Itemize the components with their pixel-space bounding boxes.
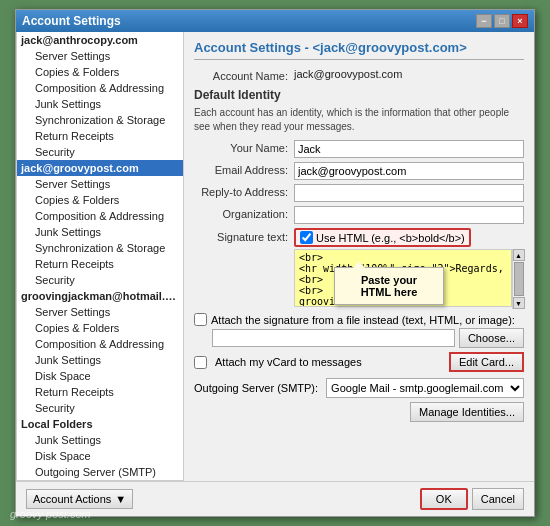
main-panel: Account Settings - <jack@groovypost.com>… [184,32,534,481]
minimize-button[interactable]: − [476,14,492,28]
sidebar-item-account3[interactable]: groovingjackman@hotmail.c... [17,288,183,304]
paste-tooltip: Paste your HTML here [334,267,444,305]
sidebar-item-copies2[interactable]: Copies & Folders [17,192,183,208]
scrollbar-up[interactable]: ▲ [513,249,525,261]
sig-row: Signature text: Use HTML (e.g., <b>bold<… [194,228,524,309]
sidebar-item-comp2[interactable]: Composition & Addressing [17,208,183,224]
account-name-row: Account Name: jack@groovypost.com [194,68,524,82]
sidebar-item-return2[interactable]: Return Receipts [17,256,183,272]
panel-title: Account Settings - <jack@groovypost.com> [194,40,524,60]
sidebar-item-junk2[interactable]: Junk Settings [17,224,183,240]
account-actions-arrow: ▼ [115,493,126,505]
maximize-button[interactable]: □ [494,14,510,28]
dialog-content: jack@anthrocopy.com Server Settings Copi… [16,32,534,481]
choose-button[interactable]: Choose... [459,328,524,348]
reply-row: Reply-to Address: [194,184,524,202]
manage-row: Manage Identities... [194,402,524,422]
title-bar-buttons: − □ × [476,14,528,28]
attach-sig-input[interactable] [212,329,455,347]
default-identity-desc: Each account has an identity, which is t… [194,106,524,134]
sig-label: Signature text: [194,228,294,243]
scrollbar-down[interactable]: ▼ [513,297,525,309]
bottom-bar-left: Account Actions ▼ [26,489,133,509]
close-button[interactable]: × [512,14,528,28]
account-name-value: jack@groovypost.com [294,68,524,80]
sidebar-item-security1[interactable]: Security [17,144,183,160]
sidebar-item-copies1[interactable]: Copies & Folders [17,64,183,80]
account-actions-label: Account Actions [33,493,111,505]
watermark: groovy post.com [10,508,91,520]
vcard-label: Attach my vCard to messages [215,356,445,368]
sig-scrollbar[interactable]: ▲ ▼ [512,249,524,309]
account-settings-dialog: Account Settings − □ × jack@anthrocopy.c… [15,9,535,517]
sidebar-item-server3[interactable]: Server Settings [17,304,183,320]
bottom-bar: Account Actions ▼ OK Cancel [16,481,534,516]
scrollbar-thumb[interactable] [514,262,524,296]
account-name-label: Account Name: [194,68,294,82]
sidebar-item-smtp-local[interactable]: Outgoing Server (SMTP) [17,464,183,480]
sig-scroll-container: <br> <hr width="100%" size="2">Regards,<… [294,249,524,309]
dialog-title: Account Settings [22,14,121,28]
sidebar-item-comp3[interactable]: Composition & Addressing [17,336,183,352]
sidebar-item-comp1[interactable]: Composition & Addressing [17,80,183,96]
sidebar-item-disk-local[interactable]: Disk Space [17,448,183,464]
vcard-checkbox[interactable] [194,356,207,369]
manage-identities-button[interactable]: Manage Identities... [410,402,524,422]
sidebar-item-security2[interactable]: Security [17,272,183,288]
attach-sig-checkbox[interactable] [194,313,207,326]
sidebar-item-sync2[interactable]: Synchronization & Storage [17,240,183,256]
sidebar-item-junk1[interactable]: Junk Settings [17,96,183,112]
reply-input[interactable] [294,184,524,202]
sidebar: jack@anthrocopy.com Server Settings Copi… [16,32,184,481]
default-identity-header: Default Identity [194,88,524,102]
your-name-row: Your Name: [194,140,524,158]
your-name-input[interactable] [294,140,524,158]
attach-sig-row: Attach the signature from a file instead… [194,313,524,326]
sidebar-item-account2[interactable]: jack@groovypost.com [17,160,183,176]
sidebar-item-sync1[interactable]: Synchronization & Storage [17,112,183,128]
attach-sig-input-row: Choose... [212,328,524,348]
sidebar-item-local[interactable]: Local Folders [17,416,183,432]
org-label: Organization: [194,206,294,220]
sig-html-label: Use HTML (e.g., <b>bold</b>) [316,232,465,244]
sig-html-checkbox[interactable] [300,231,313,244]
email-label: Email Address: [194,162,294,176]
org-input[interactable] [294,206,524,224]
sidebar-item-return3[interactable]: Return Receipts [17,384,183,400]
vcard-row: Attach my vCard to messages Edit Card... [194,352,524,372]
reply-label: Reply-to Address: [194,184,294,198]
sidebar-item-return1[interactable]: Return Receipts [17,128,183,144]
title-bar: Account Settings − □ × [16,10,534,32]
outgoing-select[interactable]: Google Mail - smtp.googlemail.com [326,378,524,398]
org-row: Organization: [194,206,524,224]
edit-card-button[interactable]: Edit Card... [449,352,524,372]
sidebar-item-account1[interactable]: jack@anthrocopy.com [17,32,183,48]
sidebar-item-security3[interactable]: Security [17,400,183,416]
sidebar-item-copies3[interactable]: Copies & Folders [17,320,183,336]
sidebar-item-junk3[interactable]: Junk Settings [17,352,183,368]
sig-container: <br> <hr width="100%" size="2">Regards,<… [294,249,512,309]
bottom-bar-right: OK Cancel [420,488,524,510]
sidebar-item-server1[interactable]: Server Settings [17,48,183,64]
attach-sig-label: Attach the signature from a file instead… [211,314,524,326]
sig-html-checkbox-area: Use HTML (e.g., <b>bold</b>) [294,228,471,247]
email-input[interactable] [294,162,524,180]
email-row: Email Address: [194,162,524,180]
sidebar-item-disk3[interactable]: Disk Space [17,368,183,384]
sidebar-item-junk-local[interactable]: Junk Settings [17,432,183,448]
cancel-button[interactable]: Cancel [472,488,524,510]
your-name-label: Your Name: [194,140,294,154]
outgoing-row: Outgoing Server (SMTP): Google Mail - sm… [194,378,524,398]
outgoing-label: Outgoing Server (SMTP): [194,382,318,394]
sidebar-item-server2[interactable]: Server Settings [17,176,183,192]
ok-button[interactable]: OK [420,488,468,510]
account-actions-button[interactable]: Account Actions ▼ [26,489,133,509]
sig-checkbox-row: Use HTML (e.g., <b>bold</b>) [294,228,524,247]
